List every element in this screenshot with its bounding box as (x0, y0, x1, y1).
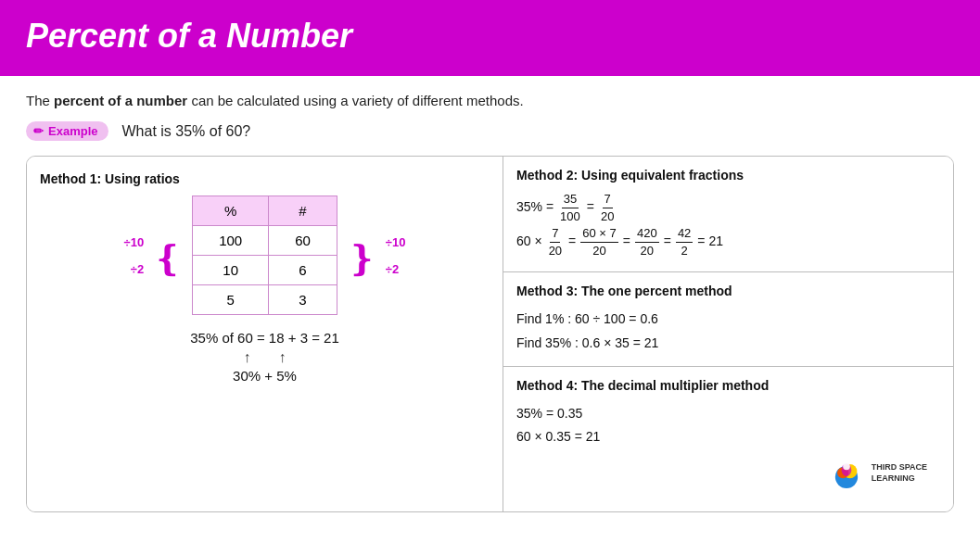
example-row: ✏ Example What is 35% of 60? (26, 121, 954, 141)
table-header-percent: % (193, 196, 269, 226)
cell-100: 100 (193, 226, 269, 256)
fraction-35-100: 35 100 (558, 192, 582, 223)
svg-point-4 (843, 463, 850, 471)
method3-line1: Find 1% : 60 ÷ 100 = 0.6 (516, 308, 940, 331)
method1-panel: Method 1: Using ratios ÷10 ÷2 ❴ % # (27, 157, 503, 511)
table-row: 10 6 (193, 256, 337, 285)
method-right: Method 2: Using equivalent fractions 35%… (503, 157, 953, 511)
cell-6: 6 (269, 256, 337, 285)
cell-10: 10 (193, 256, 269, 285)
pencil-icon: ✏ (33, 124, 44, 138)
left-labels: ÷10 ÷2 (124, 235, 145, 276)
table-row: 100 60 (193, 226, 337, 256)
fraction-7-20: 7 20 (599, 192, 616, 223)
method1-addition: 30% + 5% (40, 368, 490, 384)
m2-eq1: = (568, 231, 576, 253)
bold-phrase: percent of a number (54, 93, 187, 108)
m2-prefix: 35% = (516, 196, 554, 219)
logo-text: THIRD SPACELEARNING (872, 462, 927, 484)
table-header-hash: # (269, 196, 337, 226)
header: Percent of a Number (0, 0, 980, 76)
m2-eq: = (587, 196, 594, 219)
method3-content: Find 1% : 60 ÷ 100 = 0.6 Find 35% : 0.6 … (516, 308, 940, 354)
table-row: 5 3 (193, 285, 337, 315)
method2-line2: 60 × 7 20 = 60 × 7 20 = 420 (516, 226, 940, 258)
ratio-table: % # 100 60 10 6 (192, 196, 337, 315)
cell-60: 60 (269, 226, 337, 256)
fraction-60x7-20: 60 × 7 20 (580, 226, 618, 258)
cell-5: 5 (193, 285, 269, 315)
intro-text: The percent of a number can be calculate… (26, 93, 954, 108)
method1-title: Method 1: Using ratios (40, 171, 490, 186)
div2-right: ÷2 (386, 262, 399, 276)
div10-left: ÷10 (124, 235, 145, 249)
method3-line2: Find 35% : 0.6 × 35 = 21 (516, 332, 940, 355)
right-labels: ÷10 ÷2 (386, 235, 406, 276)
method1-arrows: ↑ ↑ (40, 349, 490, 366)
page-title: Percent of a Number (26, 17, 954, 56)
div2-left: ÷2 (131, 262, 144, 276)
method4-content: 35% = 0.35 60 × 0.35 = 21 (516, 402, 940, 448)
method1-equation: 35% of 60 = 18 + 3 = 21 (40, 330, 490, 346)
method2-title: Method 2: Using equivalent fractions (516, 168, 940, 183)
logo-icon (829, 456, 864, 491)
cell-3: 3 (269, 285, 337, 315)
method2-section: Method 2: Using equivalent fractions 35%… (503, 157, 953, 272)
fraction-7-20b: 7 20 (547, 226, 564, 258)
method4-line1: 35% = 0.35 (516, 402, 940, 425)
m2-eq2: = (623, 231, 630, 253)
bracket-right: ❵ (347, 241, 376, 276)
ratio-table-area: ÷10 ÷2 ❴ % # 100 60 (40, 196, 490, 315)
bracket-left: ❴ (153, 241, 183, 276)
arrow-up-2: ↑ (279, 349, 286, 366)
m2-60x: 60 × (516, 231, 542, 253)
method1-bottom: 35% of 60 = 18 + 3 = 21 ↑ ↑ 30% + 5% (40, 330, 490, 384)
example-question: What is 35% of 60? (121, 123, 250, 140)
method2-line1: 35% = 35 100 = 7 20 (516, 192, 940, 223)
m2-result: = 21 (697, 231, 723, 253)
example-label: Example (48, 124, 97, 138)
fraction-42-2: 42 2 (676, 226, 693, 258)
fraction-420-20: 420 20 (635, 226, 659, 258)
methods-container: Method 1: Using ratios ÷10 ÷2 ❴ % # (26, 156, 954, 512)
method4-title: Method 4: The decimal multiplier method (516, 378, 940, 393)
div10-right: ÷10 (386, 235, 406, 249)
method3-title: Method 3: The one percent method (516, 284, 940, 298)
method2-content: 35% = 35 100 = 7 20 60 × (516, 192, 940, 258)
example-badge: ✏ Example (26, 121, 108, 141)
method3-section: Method 3: The one percent method Find 1%… (503, 272, 953, 366)
m2-eq3: = (664, 231, 671, 253)
arrow-up-1: ↑ (244, 349, 251, 366)
logo-area: THIRD SPACELEARNING (516, 448, 940, 500)
method4-section: Method 4: The decimal multiplier method … (503, 367, 953, 511)
method4-line2: 60 × 0.35 = 21 (516, 425, 940, 448)
